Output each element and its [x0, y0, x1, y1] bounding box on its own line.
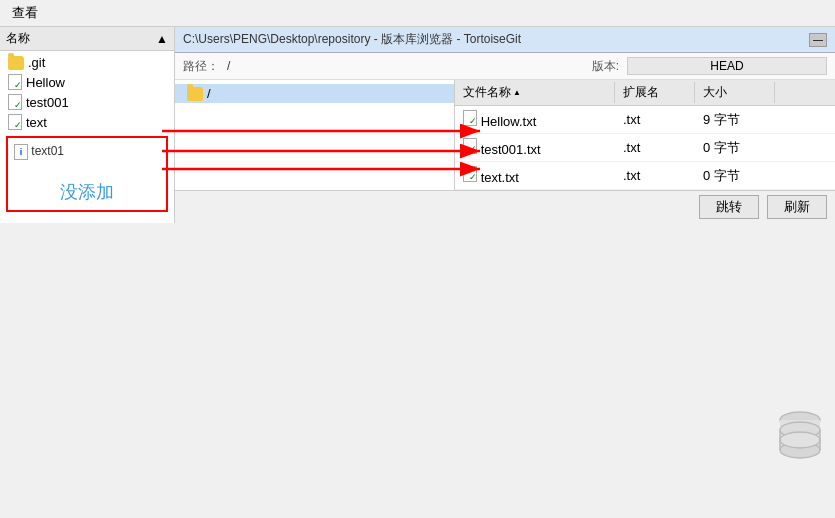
- file-blue-icon: i: [14, 144, 28, 160]
- title-controls: —: [809, 33, 827, 47]
- folder-icon: [8, 56, 24, 70]
- tree-item-label: /: [207, 86, 211, 101]
- annotation-body: 没添加: [14, 180, 160, 204]
- file-green-icon: [8, 74, 22, 90]
- file-name-cell: test001.txt: [455, 136, 615, 159]
- file-list-header: 文件名称 ▲ 扩展名 大小: [455, 80, 835, 106]
- sidebar-item-git[interactable]: .git: [0, 53, 174, 72]
- path-bar: 路径： / 版本: HEAD: [175, 53, 835, 80]
- menu-bar: 查看: [0, 0, 835, 27]
- file-size-cell: 0 字节: [695, 137, 775, 159]
- sidebar-list: .git Hellow test001 text: [0, 51, 174, 223]
- file-green-icon: [8, 114, 22, 130]
- title-text: C:\Users\PENG\Desktop\repository - 版本库浏览…: [183, 31, 521, 48]
- file-icon: [463, 110, 477, 126]
- file-name-cell: text.txt: [455, 164, 615, 187]
- menu-view[interactable]: 查看: [8, 2, 42, 24]
- sidebar-header: 名称 ▲: [0, 27, 174, 51]
- file-row-text[interactable]: text.txt .txt 0 字节: [455, 162, 835, 190]
- sidebar-item-label: test001: [26, 95, 69, 110]
- version-value: HEAD: [627, 57, 827, 75]
- sidebar-item-label: text: [26, 115, 47, 130]
- file-size-cell: 0 字节: [695, 165, 775, 187]
- file-icon: [463, 138, 477, 154]
- minimize-btn[interactable]: —: [809, 33, 827, 47]
- refresh-button[interactable]: 刷新: [767, 195, 827, 219]
- sort-arrow: ▲: [513, 88, 521, 97]
- header-size[interactable]: 大小: [695, 82, 775, 103]
- file-name-cell: Hellow.txt: [455, 108, 615, 131]
- annotation-box: i text01 没添加: [6, 136, 168, 212]
- file-tree-panel: /: [175, 80, 455, 190]
- sidebar-item-label: Hellow: [26, 75, 65, 90]
- file-green-icon: [8, 94, 22, 110]
- header-ext[interactable]: 扩展名: [615, 82, 695, 103]
- file-row-test001[interactable]: test001.txt .txt 0 字节: [455, 134, 835, 162]
- repo-panel: C:\Users\PENG\Desktop\repository - 版本库浏览…: [175, 27, 835, 223]
- file-ext-cell: .txt: [615, 166, 695, 185]
- file-size-cell: 9 字节: [695, 109, 775, 131]
- sidebar-item-text[interactable]: text: [0, 112, 174, 132]
- database-icon: [775, 408, 825, 468]
- sidebar-item-hellow[interactable]: Hellow: [0, 72, 174, 92]
- folder-icon: [187, 87, 203, 101]
- sidebar-item-label: .git: [28, 55, 45, 70]
- path-value: /: [227, 59, 230, 73]
- title-bar: C:\Users\PENG\Desktop\repository - 版本库浏览…: [175, 27, 835, 53]
- sidebar-item-test001[interactable]: test001: [0, 92, 174, 112]
- sidebar-header-label: 名称: [6, 30, 30, 47]
- sidebar: 名称 ▲ .git Hellow test001: [0, 27, 175, 223]
- main-container: 名称 ▲ .git Hellow test001: [0, 27, 835, 223]
- file-ext-cell: .txt: [615, 110, 695, 129]
- path-label: 路径：: [183, 58, 219, 75]
- file-list-panel: 文件名称 ▲ 扩展名 大小 Hel: [455, 80, 835, 190]
- tree-item-root[interactable]: /: [175, 84, 454, 103]
- content-area: / 文件名称 ▲ 扩展名 大小: [175, 80, 835, 190]
- collapse-icon[interactable]: ▲: [156, 32, 168, 46]
- header-name[interactable]: 文件名称 ▲: [455, 82, 615, 103]
- bottom-bar: 跳转 刷新: [175, 190, 835, 223]
- file-icon: [463, 166, 477, 182]
- annotation-title: i text01: [14, 144, 160, 160]
- svg-point-10: [780, 432, 820, 448]
- file-row-hellow[interactable]: Hellow.txt .txt 9 字节: [455, 106, 835, 134]
- file-ext-cell: .txt: [615, 138, 695, 157]
- version-label: 版本:: [592, 58, 619, 75]
- jump-button[interactable]: 跳转: [699, 195, 759, 219]
